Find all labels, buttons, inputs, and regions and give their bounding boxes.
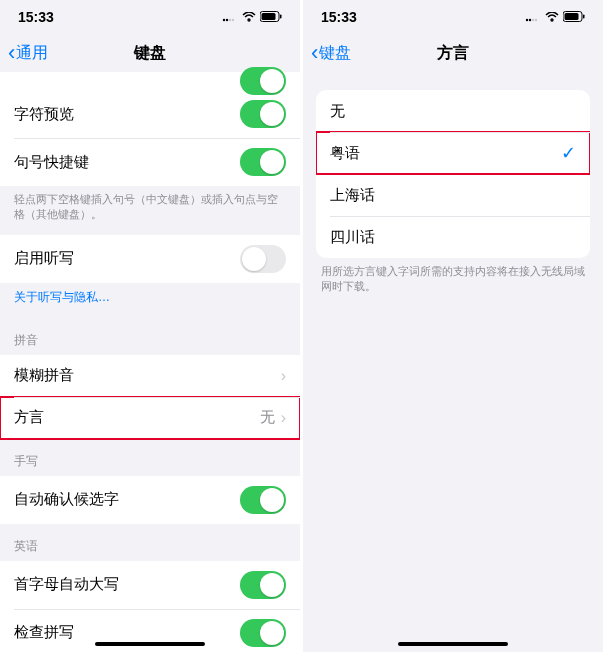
dialect-row[interactable]: 方言 无 › [0,397,300,439]
chevron-left-icon: ‹ [8,42,15,64]
english-header: 英语 [0,524,300,561]
period-footer: 轻点两下空格键插入句号（中文键盘）或插入句点与空格（其他键盘）。 [0,186,300,235]
chevron-right-icon: › [281,409,286,427]
pinyin-section: 模糊拼音 › 方言 无 › [0,355,300,439]
keyboard-settings-screen: 15:33 ‹ 通用 键盘 字符预览 [0,0,300,652]
dictation-privacy-link[interactable]: 关于听写与隐私… [0,283,300,318]
page-title: 方言 [437,43,469,64]
spell-check-label: 检查拼写 [14,623,240,642]
dictation-section: 启用听写 [0,235,300,283]
partial-toggle-row [0,76,300,90]
chevron-right-icon: › [281,367,286,385]
back-button[interactable]: ‹ 通用 [8,42,48,64]
status-icons [222,9,282,25]
settings-content: 字符预览 句号快捷键 轻点两下空格键插入句号（中文键盘）或插入句点与空格（其他键… [0,72,300,652]
spell-check-toggle[interactable] [240,619,286,647]
svg-rect-12 [565,13,579,20]
svg-point-8 [529,19,531,21]
fuzzy-pinyin-row[interactable]: 模糊拼音 › [0,355,300,397]
auto-confirm-row[interactable]: 自动确认候选字 [0,476,300,524]
back-label: 键盘 [319,43,351,64]
handwriting-header: 手写 [0,439,300,476]
auto-confirm-toggle[interactable] [240,486,286,514]
svg-point-9 [532,19,534,21]
status-bar: 15:33 [0,0,300,34]
status-icons [525,9,585,25]
svg-point-10 [535,19,537,21]
cellular-icon [525,9,541,25]
home-indicator[interactable] [398,642,508,646]
dialect-options: 无 粤语 ✓ 上海话 四川话 [316,90,590,258]
partial-section: 字符预览 句号快捷键 [0,72,300,186]
wifi-icon [242,9,256,25]
period-shortcut-toggle[interactable] [240,148,286,176]
auto-cap-row[interactable]: 首字母自动大写 [0,561,300,609]
pinyin-header: 拼音 [0,318,300,355]
dialect-value: 无 [260,408,275,427]
checkmark-icon: ✓ [561,142,576,164]
period-shortcut-label: 句号快捷键 [14,153,240,172]
enable-dictation-label: 启用听写 [14,249,240,268]
page-title: 键盘 [134,43,166,64]
svg-point-0 [223,19,225,21]
option-shanghainese[interactable]: 上海话 [316,174,590,216]
handwriting-section: 自动确认候选字 [0,476,300,524]
home-indicator[interactable] [95,642,205,646]
dialect-label: 方言 [14,408,260,427]
char-preview-row[interactable]: 字符预览 [0,90,300,138]
status-time: 15:33 [18,9,54,25]
option-cantonese-label: 粤语 [330,144,561,163]
back-label: 通用 [16,43,48,64]
auto-cap-toggle[interactable] [240,571,286,599]
status-bar: 15:33 [303,0,603,34]
option-cantonese[interactable]: 粤语 ✓ [316,132,590,174]
wifi-icon [545,9,559,25]
chevron-left-icon: ‹ [311,42,318,64]
fuzzy-pinyin-label: 模糊拼音 [14,366,281,385]
char-preview-label: 字符预览 [14,105,240,124]
svg-rect-5 [262,13,276,20]
option-sichuanese[interactable]: 四川话 [316,216,590,258]
option-sichuanese-label: 四川话 [330,228,576,247]
auto-cap-label: 首字母自动大写 [14,575,240,594]
status-time: 15:33 [321,9,357,25]
option-none[interactable]: 无 [316,90,590,132]
svg-point-3 [232,19,234,21]
cellular-icon [222,9,238,25]
svg-point-2 [229,19,231,21]
svg-point-7 [526,19,528,21]
back-button[interactable]: ‹ 键盘 [311,42,351,64]
option-none-label: 无 [330,102,576,121]
enable-dictation-row[interactable]: 启用听写 [0,235,300,283]
dialect-selection-screen: 15:33 ‹ 键盘 方言 无 粤语 ✓ 上海话 [303,0,603,652]
dialect-footer: 用所选方言键入字词所需的支持内容将在接入无线局域网时下载。 [303,258,603,307]
enable-dictation-toggle[interactable] [240,245,286,273]
period-shortcut-row[interactable]: 句号快捷键 [0,138,300,186]
char-preview-toggle[interactable] [240,100,286,128]
svg-rect-13 [583,15,585,19]
auto-confirm-label: 自动确认候选字 [14,490,240,509]
svg-point-1 [226,19,228,21]
svg-rect-6 [280,15,282,19]
option-shanghainese-label: 上海话 [330,186,576,205]
battery-icon [563,9,585,25]
english-section: 首字母自动大写 检查拼写 输入预测 滑行键入时逐词删除 [0,561,300,652]
nav-bar: ‹ 键盘 方言 [303,34,603,72]
battery-icon [260,9,282,25]
